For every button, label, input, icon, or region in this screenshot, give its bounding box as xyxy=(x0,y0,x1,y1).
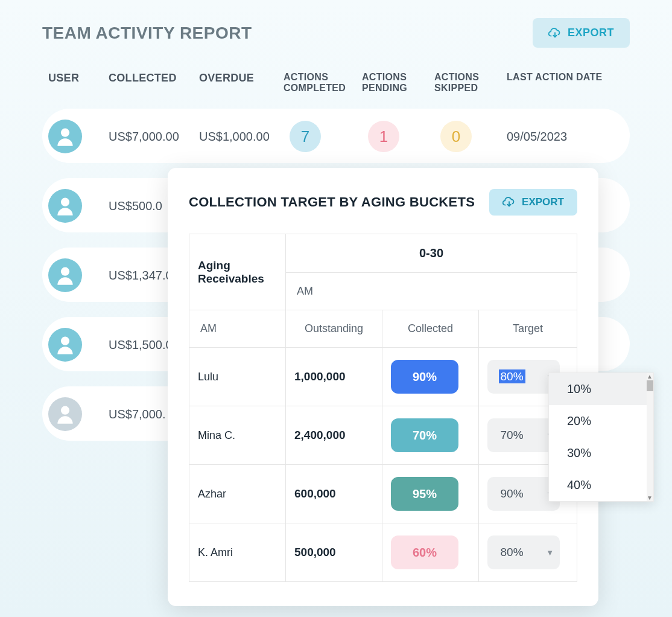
cell-collected: US$7,000.00 xyxy=(109,130,199,144)
modal-export-button[interactable]: EXPORT xyxy=(489,189,577,216)
collected-pill: 90% xyxy=(391,360,458,394)
dropdown-option[interactable]: 20% xyxy=(549,405,653,437)
svg-point-1 xyxy=(61,198,69,206)
th-am: AM xyxy=(286,273,577,310)
table-row[interactable]: US$7,000.00 US$1,000.00 7 1 0 09/05/2023 xyxy=(42,109,630,163)
col-actions-pending: ACTIONS PENDING xyxy=(362,72,434,94)
cell-collected: 90% xyxy=(382,348,479,406)
cell-am: K. Amri xyxy=(189,523,286,582)
avatar xyxy=(48,328,82,362)
collection-row: K. Amri 500,000 60% 80% ▼ xyxy=(189,523,577,582)
cell-outstanding: 2,400,000 xyxy=(286,406,382,465)
person-icon xyxy=(54,403,77,426)
cloud-download-icon xyxy=(548,28,562,39)
cell-am: Mina C. xyxy=(189,406,286,465)
target-select[interactable]: 80% ▼ xyxy=(487,535,560,569)
th-collected: Collected xyxy=(382,310,479,348)
svg-point-4 xyxy=(61,406,69,415)
badge-actions-completed: 7 xyxy=(290,121,321,152)
collection-target-table-body: AM Outstanding Collected Target Lulu 1,0… xyxy=(189,310,577,582)
scroll-thumb[interactable] xyxy=(647,380,653,391)
svg-point-3 xyxy=(61,337,69,345)
target-dropdown: 10% 20% 30% 40% ▲ ▼ xyxy=(548,372,654,502)
collection-row: Azhar 600,000 95% 90% ▼ xyxy=(189,465,577,523)
person-icon xyxy=(54,194,77,217)
cell-outstanding: 500,000 xyxy=(286,523,382,582)
collection-target-modal: COLLECTION TARGET BY AGING BUCKETS EXPOR… xyxy=(168,168,598,606)
svg-point-2 xyxy=(61,267,69,276)
collected-pill: 60% xyxy=(391,535,458,569)
cloud-download-icon xyxy=(502,197,516,208)
collection-target-table: Aging Receivables 0-30 AM xyxy=(189,234,577,310)
scroll-up-icon[interactable]: ▲ xyxy=(647,373,653,380)
target-value: 80% xyxy=(487,546,536,559)
collected-pill: 95% xyxy=(391,477,458,511)
th-aging-receivables: Aging Receivables xyxy=(189,234,286,310)
scrollbar[interactable]: ▲ ▼ xyxy=(647,373,653,501)
cell-collected: 95% xyxy=(382,465,479,523)
col-collected: COLLECTED xyxy=(109,72,199,94)
modal-export-label: EXPORT xyxy=(522,196,564,208)
dropdown-option[interactable]: 10% xyxy=(549,373,653,405)
collection-row: Mina C. 2,400,000 70% 70% ▼ xyxy=(189,406,577,465)
cell-outstanding: 600,000 xyxy=(286,465,382,523)
svg-point-0 xyxy=(61,129,69,137)
col-overdue: OVERDUE xyxy=(199,72,284,94)
cell-last-action-date: 09/05/2023 xyxy=(507,130,603,144)
target-value: 70% xyxy=(487,429,536,442)
collection-row: Lulu 1,000,000 90% 80% ▼ xyxy=(189,348,577,406)
badge-actions-skipped: 0 xyxy=(440,121,472,152)
th-outstanding: Outstanding xyxy=(286,310,382,348)
table-headers: USER COLLECTED OVERDUE ACTIONS COMPLETED… xyxy=(42,72,630,94)
scroll-down-icon[interactable]: ▼ xyxy=(647,494,653,501)
cell-am: Lulu xyxy=(189,348,286,406)
col-last-action-date: LAST ACTION DATE xyxy=(507,72,603,94)
person-icon xyxy=(54,125,77,148)
cell-collected: 70% xyxy=(382,406,479,465)
avatar xyxy=(48,120,82,153)
dropdown-option[interactable]: 30% xyxy=(549,437,653,469)
export-label: EXPORT xyxy=(568,27,614,39)
cell-outstanding: 1,000,000 xyxy=(286,348,382,406)
modal-title: COLLECTION TARGET BY AGING BUCKETS xyxy=(189,194,475,210)
th-target: Target xyxy=(479,310,577,348)
person-icon xyxy=(54,333,77,356)
col-user: USER xyxy=(48,72,109,94)
chevron-down-icon: ▼ xyxy=(546,548,560,557)
th-bucket: 0-30 xyxy=(286,234,577,273)
page-title: TEAM ACTIVITY REPORT xyxy=(42,24,252,43)
cell-overdue: US$1,000.00 xyxy=(199,130,284,144)
th-am: AM xyxy=(189,310,286,348)
col-actions-skipped: ACTIONS SKIPPED xyxy=(434,72,507,94)
target-value: 80% xyxy=(499,369,525,383)
cell-am: Azhar xyxy=(189,465,286,523)
col-actions-completed: ACTIONS COMPLETED xyxy=(284,72,362,94)
export-button[interactable]: EXPORT xyxy=(533,18,630,48)
person-icon xyxy=(54,264,77,287)
avatar xyxy=(48,189,82,223)
dropdown-option[interactable]: 40% xyxy=(549,469,653,501)
avatar xyxy=(48,258,82,292)
avatar xyxy=(48,397,82,431)
target-value: 90% xyxy=(487,487,536,500)
collected-pill: 70% xyxy=(391,418,458,452)
badge-actions-pending: 1 xyxy=(368,121,399,152)
cell-collected: 60% xyxy=(382,523,479,582)
